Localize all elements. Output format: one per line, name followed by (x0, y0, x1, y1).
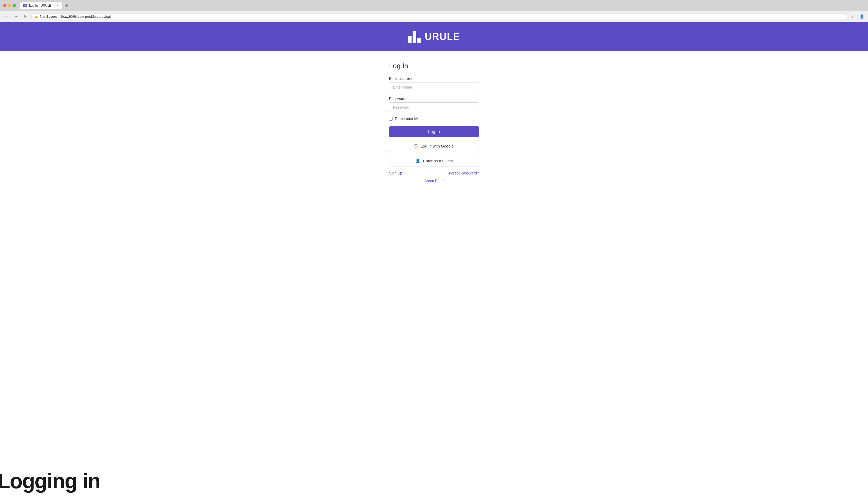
browser-toolbar: ← → ↻ 🔒 Not Secure | lbaw2046.lbaw-prod.… (0, 11, 868, 22)
tab-favicon: U (23, 4, 27, 8)
url-text: | (59, 15, 59, 18)
remember-me-checkbox[interactable] (389, 117, 393, 120)
login-form: Log In Email address Password Remember M… (389, 62, 479, 183)
email-group: Email address (389, 76, 479, 92)
logging-in-label: Logging in (0, 469, 100, 493)
password-group: Password (389, 97, 479, 112)
email-input[interactable] (389, 82, 479, 92)
guest-login-button[interactable]: 👤 Enter as a Guest (389, 155, 479, 167)
address-bar[interactable]: 🔒 Not Secure | lbaw2046.lbaw-prod.fe.up.… (31, 13, 848, 20)
back-button[interactable]: ← (3, 13, 10, 20)
form-links: Sign Up Forgot Password? (389, 171, 479, 175)
browser-tab-active[interactable]: U Log In | URULE ✕ (20, 2, 62, 9)
logging-in-text: Logging in (0, 471, 100, 492)
logo-bar-left (408, 36, 411, 43)
login-button[interactable]: Log In (389, 126, 479, 137)
google-login-button[interactable]: G Log In with Google (389, 140, 479, 152)
guest-button-label: Enter as a Guest (423, 159, 453, 163)
close-window-button[interactable] (3, 4, 6, 7)
refresh-button[interactable]: ↻ (22, 13, 29, 20)
security-label: Not Secure (40, 15, 57, 18)
toolbar-actions: ☆ 👤 (850, 13, 865, 20)
logo-bar-right (417, 38, 421, 43)
new-tab-button[interactable]: + (63, 2, 70, 9)
tab-title: Log In | URULE (29, 4, 53, 8)
signup-link[interactable]: Sign Up (389, 171, 402, 175)
minimize-window-button[interactable] (8, 4, 11, 7)
logo-container: URULE (408, 30, 460, 43)
password-label: Password (389, 97, 479, 101)
security-icon: 🔒 (34, 15, 38, 18)
bookmark-button[interactable]: ☆ (850, 13, 857, 20)
profile-button[interactable]: 👤 (858, 13, 865, 20)
about-link-container: About Page (389, 179, 479, 183)
guest-icon: 👤 (415, 158, 420, 164)
google-icon: G (414, 143, 418, 149)
password-input[interactable] (389, 102, 479, 112)
about-page-link[interactable]: About Page (424, 179, 444, 183)
forgot-password-link[interactable]: Forgot Password? (449, 171, 479, 175)
tab-bar: U Log In | URULE ✕ + (18, 2, 72, 9)
url-display: lbaw2046.lbaw-prod.fe.up.pt/login (61, 15, 112, 18)
logo-bar-center (413, 31, 416, 43)
browser-chrome: U Log In | URULE ✕ + ← → ↻ 🔒 Not Secure … (0, 0, 868, 22)
browser-titlebar: U Log In | URULE ✕ + (0, 0, 868, 11)
logo-icon (408, 30, 421, 43)
email-label: Email address (389, 76, 479, 81)
forward-button[interactable]: → (12, 13, 19, 20)
tab-close-button[interactable]: ✕ (56, 4, 59, 8)
remember-me-container: Remember Me (389, 117, 479, 121)
form-title: Log In (389, 62, 479, 70)
logo-text: URULE (425, 31, 460, 42)
google-button-label: Log In with Google (420, 144, 453, 148)
remember-me-label: Remember Me (395, 117, 419, 121)
page-header: URULE (0, 22, 868, 51)
maximize-window-button[interactable] (13, 4, 16, 7)
window-controls (3, 4, 16, 7)
login-container: Log In Email address Password Remember M… (0, 51, 868, 199)
